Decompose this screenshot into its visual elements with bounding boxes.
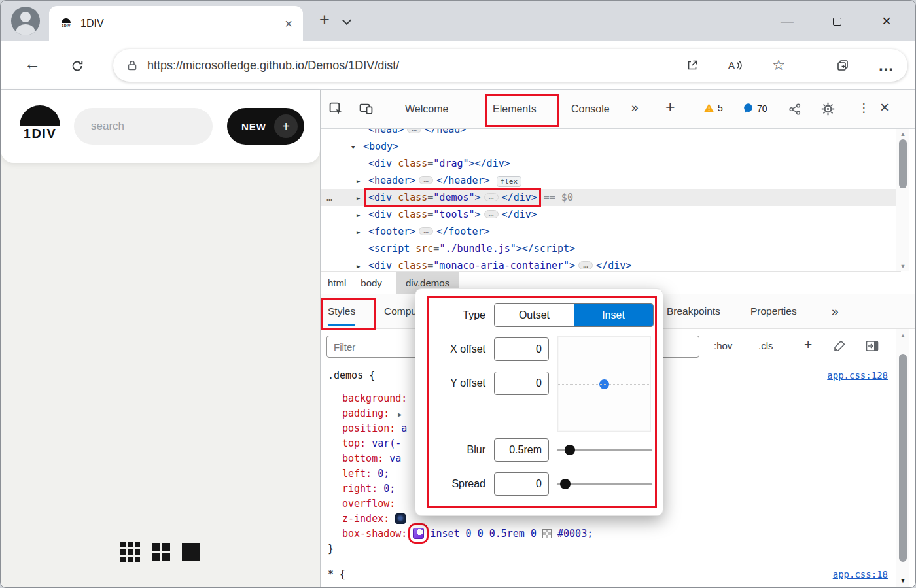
dom-tree-row[interactable]: <head>…</head> [321,129,896,138]
collapsed-content-icon[interactable]: … [419,227,433,235]
flex-badge[interactable]: flex [497,176,522,187]
x-offset-input[interactable] [494,337,549,361]
inset-button[interactable]: Inset [574,304,653,326]
search-input[interactable] [74,108,213,145]
refresh-button[interactable] [70,58,84,77]
single-square-icon[interactable] [182,543,200,561]
color-swatch-icon[interactable] [542,529,552,538]
url-bar[interactable]: https://microsoftedge.github.io/Demos/1D… [113,49,907,82]
collapsed-content-icon[interactable]: … [484,193,499,201]
share-icon[interactable] [686,59,699,72]
stylesheet-link[interactable]: app.css:18 [833,567,888,582]
breadcrumb-body[interactable]: body [361,272,382,294]
outset-button[interactable]: Outset [495,304,574,326]
collapsed-content-icon[interactable]: … [419,176,433,184]
shadow-editor-icon[interactable] [413,528,424,539]
dom-tree-row[interactable]: ▶<div class="monaco-aria-container">…</d… [321,257,896,271]
code-token: </head> [425,129,466,135]
minimize-button[interactable]: — [762,14,812,29]
open-sidebar-button[interactable] [866,339,879,355]
node-more-icon[interactable]: … [326,189,332,206]
breadcrumb-html[interactable]: html [328,272,346,294]
new-button[interactable]: NEW + [227,108,304,145]
back-button[interactable]: ← [24,54,41,73]
new-tab-button[interactable]: + [315,10,334,30]
tab-elements[interactable]: Elements [486,90,543,129]
new-style-rule-button[interactable]: + [804,337,812,353]
warnings-counter[interactable]: 5 [703,103,723,113]
scrollbar-thumb[interactable] [899,354,907,562]
maximize-button[interactable] [812,14,862,29]
dom-tree-row[interactable]: ▶<div class="tools">…</div> [321,206,896,223]
collapsed-content-icon[interactable]: … [484,210,499,218]
tab-close-icon[interactable]: × [285,16,292,31]
css-declaration[interactable]: box-shadow: inset 0 0 0.5rem 0 #0003; [321,527,896,542]
spread-slider[interactable] [557,472,652,496]
blur-slider[interactable] [557,438,652,462]
y-offset-input[interactable] [494,372,549,395]
expand-arrow-icon[interactable]: ▶ [357,207,368,224]
dom-tree-row[interactable]: …▶<div class="demos">…</div>== $0 [321,189,896,206]
dom-tree-row[interactable]: <div class="drag"></div> [321,155,896,172]
styles-scrollbar[interactable]: ▲ ▼ [896,329,909,587]
tab-styles[interactable]: Styles [328,294,355,328]
expand-arrow-icon[interactable]: ▶ [357,224,368,241]
read-aloud-icon[interactable]: A [728,59,743,72]
scrollbar-thumb[interactable] [899,139,907,188]
tab-properties[interactable]: Properties [750,294,797,328]
expand-arrow-icon[interactable]: ▶ [357,173,368,190]
dom-scrollbar[interactable]: ▲ ▼ [896,129,909,271]
collapsed-content-icon[interactable]: … [578,261,593,269]
issues-counter[interactable]: 70 [743,103,767,114]
expand-arrow-icon[interactable]: ▶ [357,190,368,207]
slider-knob[interactable] [560,479,571,489]
scroll-down-icon[interactable]: ▼ [896,263,909,269]
dom-tree-row[interactable]: ▶<footer>…</footer> [321,223,896,240]
grid-2x2-icon[interactable] [152,543,170,561]
device-toolbar-button[interactable] [359,102,373,118]
scroll-down-icon[interactable]: ▼ [896,578,909,584]
url-text[interactable]: https://microsoftedge.github.io/Demos/1D… [147,59,686,73]
spread-input[interactable] [494,472,549,496]
devtools-close-button[interactable]: × [880,98,889,116]
tab-welcome[interactable]: Welcome [398,90,455,129]
toggle-element-classes[interactable]: .cls [758,340,773,351]
connected-nodes-button[interactable] [788,103,802,118]
box-shadow-editor-popup: Type Outset Inset X offset Y offset Blur [415,288,663,516]
offset-position-pad[interactable] [557,336,651,432]
favorite-star-icon[interactable]: ☆ [772,59,785,72]
more-tabs-chevron[interactable]: » [631,100,639,114]
blur-input[interactable] [494,438,549,462]
scroll-up-icon[interactable]: ▲ [896,131,909,137]
grid-3x3-icon[interactable] [120,542,140,562]
stylesheet-link[interactable]: app.css:128 [827,368,888,383]
collections-icon[interactable] [836,59,849,72]
window-close-button[interactable]: × [862,12,911,30]
devtools-menu-kebab-icon[interactable]: ⋮ [858,100,870,115]
dom-tree-row[interactable]: ▶<header>…</header>flex [321,172,896,189]
tab-console[interactable]: Console [565,90,616,129]
toggle-hover-state[interactable]: :hov [714,340,732,351]
expand-arrow-icon[interactable]: ▶ [357,258,368,271]
tab-breakpoints[interactable]: Breakpoints [667,294,720,328]
dom-tree-row[interactable]: <script src="./bundle.js"></script> [321,240,896,257]
offset-position-dot[interactable] [599,379,609,389]
settings-button[interactable] [821,102,835,118]
app-logo[interactable]: 1DIV [18,105,62,141]
dom-tree-row[interactable]: ▼<body> [321,138,896,155]
collapsed-content-icon[interactable]: … [407,129,421,133]
value-badge-icon[interactable] [395,513,406,524]
browser-tab[interactable]: 1DIV 1DIV × [49,6,303,41]
device-emulation-icon [359,102,373,116]
inspect-element-button[interactable] [329,102,343,118]
expand-arrow-icon[interactable]: ▼ [351,139,363,156]
slider-knob[interactable] [565,445,575,455]
brush-button[interactable] [833,339,846,355]
profile-avatar[interactable] [11,7,40,35]
tab-list-chevron-icon[interactable] [342,16,351,25]
sidebar-more-tabs-chevron[interactable]: » [832,304,839,319]
scroll-up-icon[interactable]: ▲ [896,332,909,339]
expand-shorthand-icon[interactable]: ▶ [398,411,402,418]
settings-more-icon[interactable]: … [878,63,894,68]
add-panel-button[interactable]: + [665,97,675,116]
